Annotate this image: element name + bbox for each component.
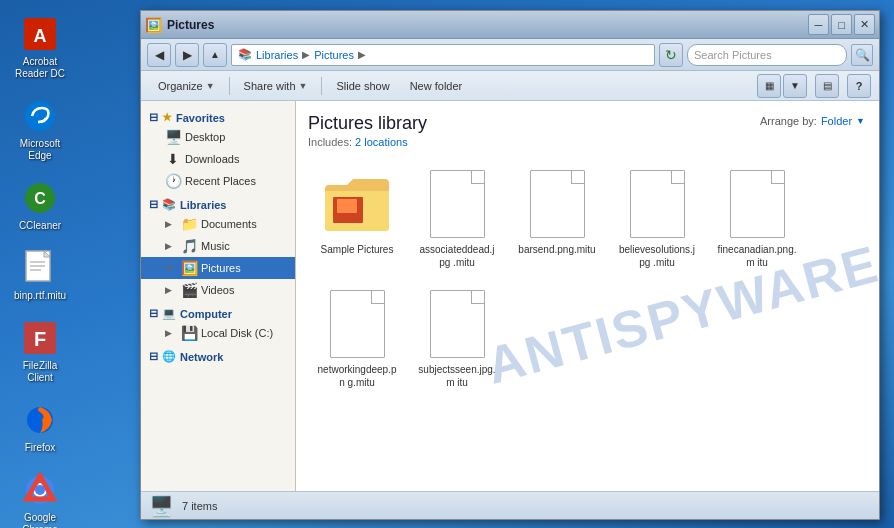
binp-label: binp.rtf.mitu (14, 290, 66, 302)
refresh-button[interactable]: ↻ (659, 43, 683, 67)
videos-item-label: Videos (201, 284, 234, 296)
believesolutions-label: believesolutions.jpg .mitu (617, 243, 697, 269)
sidebar-computer-header[interactable]: ⊟ 💻 Computer (141, 305, 295, 322)
file-item-networkingdeep[interactable]: networkingdeep.pn g.mitu (312, 284, 402, 394)
binp-icon (20, 248, 60, 288)
edge-icon (20, 96, 60, 136)
organize-arrow: ▼ (206, 81, 215, 91)
desktop-icon-acrobat[interactable]: A Acrobat Reader DC (5, 10, 75, 84)
documents-icon: 📁 (181, 216, 197, 232)
networkingdeep-label: networkingdeep.pn g.mitu (317, 363, 397, 389)
arrange-by-label: Arrange by: (760, 115, 817, 127)
share-arrow: ▼ (299, 81, 308, 91)
view-icon1-button[interactable]: ▦ (757, 74, 781, 98)
desktop-icon-firefox[interactable]: Firefox (5, 396, 75, 458)
sample-pictures-label: Sample Pictures (321, 243, 394, 256)
network-expand-icon: ⊟ (149, 350, 158, 363)
libraries-label: Libraries (180, 199, 226, 211)
toolbar-sep2 (321, 77, 322, 95)
subtitle-locations-link[interactable]: 2 locations (355, 136, 408, 148)
sidebar-item-documents[interactable]: ▶ 📁 Documents (141, 213, 295, 235)
search-button[interactable]: 🔍 (851, 44, 873, 66)
address-text: 📚 Libraries ▶ Pictures ▶ (238, 48, 366, 61)
address-bar[interactable]: 📚 Libraries ▶ Pictures ▶ (231, 44, 655, 66)
ccleaner-label: CCleaner (19, 220, 61, 232)
explorer-window: 🖼️ Pictures ─ □ ✕ ◀ ▶ ▲ 📚 Libraries ▶ Pi… (140, 10, 880, 520)
music-icon: 🎵 (181, 238, 197, 254)
sidebar-item-music[interactable]: ▶ 🎵 Music (141, 235, 295, 257)
up-button[interactable]: ▲ (203, 43, 227, 67)
share-label: Share with (244, 80, 296, 92)
desktop-icon-binp[interactable]: binp.rtf.mitu (5, 244, 75, 306)
slideshow-button[interactable]: Slide show (327, 75, 398, 97)
pictures-icon: 🖼️ (181, 260, 197, 276)
videos-tree-expand: ▶ (165, 285, 177, 295)
view-dropdown-button[interactable]: ▼ (783, 74, 807, 98)
recent-icon: 🕐 (165, 173, 181, 189)
file-doc-icon-large-2 (522, 169, 592, 239)
window-title: Pictures (167, 18, 808, 32)
computer-expand-icon: ⊟ (149, 307, 158, 320)
libraries-expand-icon: ⊟ (149, 198, 158, 211)
search-placeholder: Search Pictures (694, 49, 772, 61)
sidebar-item-videos[interactable]: ▶ 🎬 Videos (141, 279, 295, 301)
file-item-barsend[interactable]: barsend.png.mitu (512, 164, 602, 274)
sidebar-item-recent[interactable]: 🕐 Recent Places (141, 170, 295, 192)
arrange-by-value[interactable]: Folder (821, 115, 852, 127)
window-icon: 🖼️ (145, 17, 161, 33)
status-computer-icon: 🖥️ (149, 494, 174, 518)
desktop-icon-ccleaner[interactable]: C CCleaner (5, 174, 75, 236)
share-with-button[interactable]: Share with ▼ (235, 75, 317, 97)
svg-text:A: A (34, 26, 47, 46)
address-pictures-link[interactable]: Pictures (314, 49, 354, 61)
svg-point-15 (35, 485, 45, 495)
file-item-associateddead[interactable]: associateddead.jpg .mitu (412, 164, 502, 274)
new-folder-button[interactable]: New folder (401, 75, 472, 97)
close-button[interactable]: ✕ (854, 14, 875, 35)
file-item-subjectsseen[interactable]: subjectsseen.jpg.m itu (412, 284, 502, 394)
preview-button[interactable]: ▤ (815, 74, 839, 98)
minimize-button[interactable]: ─ (808, 14, 829, 35)
arrange-by-arrow[interactable]: ▼ (856, 116, 865, 126)
sidebar-item-pictures[interactable]: ▼ 🖼️ Pictures (141, 257, 295, 279)
address-sep1: ▶ (302, 49, 310, 60)
desktop-icons-area: A Acrobat Reader DC Microsoft Edge C CC (0, 0, 130, 528)
address-libraries-link[interactable]: Libraries (256, 49, 298, 61)
desktop-icon-edge[interactable]: Microsoft Edge (5, 92, 75, 166)
sidebar-libraries-header[interactable]: ⊟ 📚 Libraries (141, 196, 295, 213)
associateddead-label: associateddead.jpg .mitu (417, 243, 497, 269)
file-item-believesolutions[interactable]: believesolutions.jpg .mitu (612, 164, 702, 274)
sidebar-favorites-section: ⊟ ★ Favorites 🖥️ Desktop ⬇ Downloads 🕐 (141, 109, 295, 192)
favorites-expand-icon: ⊟ (149, 111, 158, 124)
filezilla-label: FileZilla Client (9, 360, 71, 384)
sidebar-libraries-section: ⊟ 📚 Libraries ▶ 📁 Documents ▶ 🎵 Music (141, 196, 295, 301)
sidebar-network-header[interactable]: ⊟ 🌐 Network (141, 348, 295, 365)
maximize-button[interactable]: □ (831, 14, 852, 35)
pictures-tree-expand: ▼ (165, 263, 177, 273)
sidebar-favorites-header[interactable]: ⊟ ★ Favorites (141, 109, 295, 126)
forward-button[interactable]: ▶ (175, 43, 199, 67)
sidebar-item-localdisk[interactable]: ▶ 💾 Local Disk (C:) (141, 322, 295, 344)
barsend-label: barsend.png.mitu (518, 243, 595, 256)
file-item-finecanadian[interactable]: finecanadian.png.m itu (712, 164, 802, 274)
sidebar-item-desktop[interactable]: 🖥️ Desktop (141, 126, 295, 148)
organize-button[interactable]: Organize ▼ (149, 75, 224, 97)
file-doc-icon-large-5 (322, 289, 392, 359)
search-box[interactable]: Search Pictures (687, 44, 847, 66)
back-button[interactable]: ◀ (147, 43, 171, 67)
help-button[interactable]: ? (847, 74, 871, 98)
file-item-sample-pictures[interactable]: Sample Pictures (312, 164, 402, 274)
documents-item-label: Documents (201, 218, 257, 230)
desktop-icon-filezilla[interactable]: F FileZilla Client (5, 314, 75, 388)
videos-icon: 🎬 (181, 282, 197, 298)
favorites-label: Favorites (176, 112, 225, 124)
downloads-item-label: Downloads (185, 153, 239, 165)
desktop-icon-chrome[interactable]: Google Chrome (5, 466, 75, 528)
ccleaner-icon: C (20, 178, 60, 218)
sidebar-item-downloads[interactable]: ⬇ Downloads (141, 148, 295, 170)
docs-tree-expand: ▶ (165, 219, 177, 229)
localdisk-icon: 💾 (181, 325, 197, 341)
svg-text:C: C (34, 190, 46, 207)
acrobat-icon: A (20, 14, 60, 54)
file-doc-icon-large-4 (722, 169, 792, 239)
